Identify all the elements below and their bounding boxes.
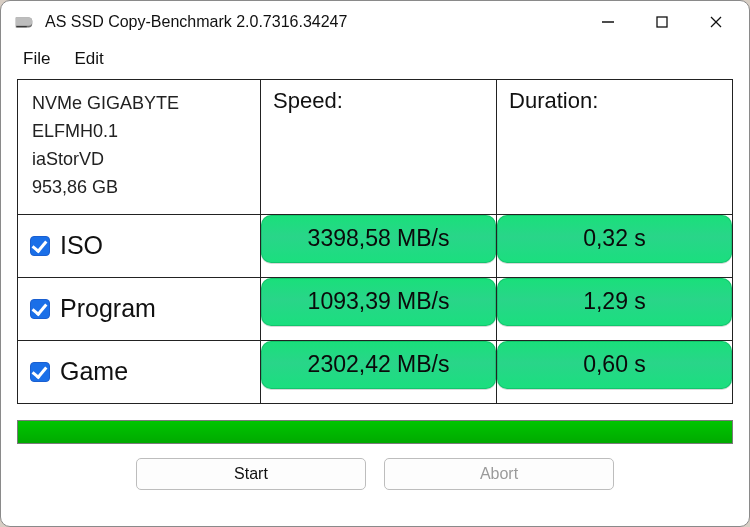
close-button[interactable] [689,1,743,43]
drive-info: NVMe GIGABYTE ELFMH0.1 iaStorVD 953,86 G… [18,80,260,214]
menu-edit[interactable]: Edit [74,49,103,69]
content-area: NVMe GIGABYTE ELFMH0.1 iaStorVD 953,86 G… [1,75,749,526]
drive-name: NVMe GIGABYTE [32,90,246,118]
minimize-button[interactable] [581,1,635,43]
svg-rect-2 [657,17,667,27]
progress-bar-container [17,420,733,444]
duration-value: 0,32 s [497,215,732,263]
speed-value: 3398,58 MB/s [261,215,496,263]
speed-value: 1093,39 MB/s [261,278,496,326]
table-row: Game 2302,42 MB/s 0,60 s [18,340,733,403]
test-label: Program [60,294,156,323]
window-title: AS SSD Copy-Benchmark 2.0.7316.34247 [45,13,347,31]
checkbox-program[interactable] [30,299,50,319]
table-row: Program 1093,39 MB/s 1,29 s [18,277,733,340]
duration-value: 1,29 s [497,278,732,326]
app-icon [13,11,35,33]
drive-firmware: ELFMH0.1 [32,118,246,146]
window-controls [581,1,743,43]
checkbox-iso[interactable] [30,236,50,256]
test-label: Game [60,357,128,386]
start-button[interactable]: Start [136,458,366,490]
header-speed: Speed: [261,80,496,124]
test-program: Program [18,278,260,340]
test-iso: ISO [18,215,260,277]
duration-value: 0,60 s [497,341,732,389]
drive-driver: iaStorVD [32,146,246,174]
results-table: NVMe GIGABYTE ELFMH0.1 iaStorVD 953,86 G… [17,79,733,404]
app-window: AS SSD Copy-Benchmark 2.0.7316.34247 Fil… [0,0,750,527]
maximize-button[interactable] [635,1,689,43]
menubar: File Edit [1,43,749,75]
titlebar[interactable]: AS SSD Copy-Benchmark 2.0.7316.34247 [1,1,749,43]
abort-button: Abort [384,458,614,490]
drive-capacity: 953,86 GB [32,174,246,202]
speed-value: 2302,42 MB/s [261,341,496,389]
checkbox-game[interactable] [30,362,50,382]
button-row: Start Abort [17,444,733,498]
progress-bar [17,420,733,444]
menu-file[interactable]: File [23,49,50,69]
table-header-row: NVMe GIGABYTE ELFMH0.1 iaStorVD 953,86 G… [18,80,733,215]
table-row: ISO 3398,58 MB/s 0,32 s [18,214,733,277]
test-game: Game [18,341,260,403]
test-label: ISO [60,231,103,260]
header-duration: Duration: [497,80,732,124]
svg-rect-0 [17,26,27,27]
